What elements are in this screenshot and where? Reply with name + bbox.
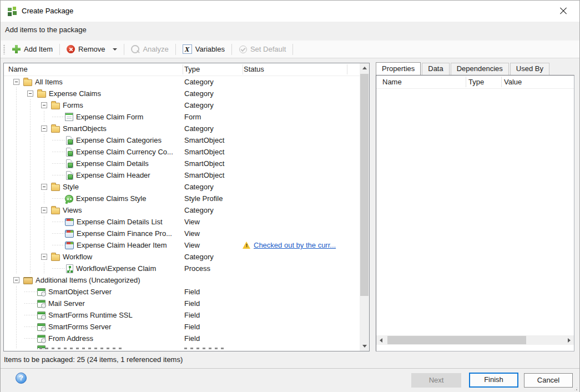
tree-row[interactable]: Expense Claims StyleStyle Profile bbox=[4, 193, 360, 204]
tree-vertical-scrollbar[interactable] bbox=[360, 63, 369, 351]
footer: ? NextFinishCancel bbox=[1, 369, 579, 392]
tree-connector bbox=[51, 111, 65, 123]
toolbar-separator bbox=[175, 44, 176, 55]
window-title: Create Package bbox=[22, 7, 73, 15]
tree-item-label: Expense Claims Style bbox=[76, 194, 146, 203]
tree-item-type: View bbox=[184, 239, 200, 251]
tree-row[interactable]: SmartObjectsCategory bbox=[4, 123, 360, 134]
tree-row[interactable]: Expense Claim Currency Co...SmartObject bbox=[4, 146, 360, 158]
tree-row[interactable]: Expense Claim Finance Pro...View bbox=[4, 228, 360, 239]
tree-collapse-toggle[interactable] bbox=[41, 184, 47, 190]
add-item-icon bbox=[12, 45, 21, 53]
tree-guide bbox=[9, 193, 23, 204]
tree-collapse-toggle[interactable] bbox=[41, 254, 47, 260]
tree-row[interactable]: Expense ClaimsCategory bbox=[4, 88, 360, 99]
tree-row[interactable]: SmartForms Runtime SSLField bbox=[4, 309, 360, 321]
horizontal-scrollbar-thumb[interactable] bbox=[387, 336, 526, 344]
tree-collapse-toggle[interactable] bbox=[13, 79, 19, 85]
tree-row[interactable]: StyleCategory bbox=[4, 181, 360, 193]
resize-grip-icon[interactable] bbox=[573, 386, 578, 391]
tree-row[interactable]: All ItemsCategory bbox=[4, 76, 360, 88]
tree-expander-cell bbox=[37, 123, 51, 134]
tree-row[interactable]: FormsCategory bbox=[4, 99, 360, 111]
tree-item-type: Style Profile bbox=[184, 193, 223, 204]
tree-item-type: Category bbox=[184, 76, 214, 88]
tree-guide bbox=[9, 169, 23, 181]
folder-icon bbox=[51, 103, 60, 109]
finish-button[interactable]: Finish bbox=[469, 373, 518, 388]
minimize-button[interactable] bbox=[483, 1, 515, 22]
scroll-right-arrow[interactable] bbox=[564, 335, 574, 345]
tree-item-label: Expense Claims bbox=[49, 89, 101, 98]
vertical-scrollbar-thumb[interactable] bbox=[360, 74, 369, 296]
column-divider bbox=[183, 64, 183, 74]
toolbar-button-label: Analyze bbox=[143, 45, 168, 53]
maximize-button[interactable] bbox=[515, 1, 547, 22]
grid-column-type[interactable]: Type bbox=[468, 78, 484, 86]
scroll-left-arrow[interactable] bbox=[376, 335, 386, 345]
tree-row[interactable]: Expense Claim HeaderSmartObject bbox=[4, 169, 360, 181]
field-icon bbox=[37, 300, 46, 308]
tree-guide bbox=[23, 239, 37, 251]
tree-row[interactable]: SmartObject ServerField bbox=[4, 286, 360, 298]
toolbar-variables-button[interactable]: Variables bbox=[179, 42, 229, 57]
toolbar-button-label: Set Default bbox=[250, 45, 286, 53]
grid-column-value[interactable]: Value bbox=[504, 78, 522, 86]
tree-guide bbox=[37, 216, 51, 228]
tree-collapse-toggle[interactable] bbox=[13, 277, 19, 283]
tab-properties[interactable]: Properties bbox=[376, 62, 421, 75]
tree-connector bbox=[51, 263, 65, 274]
column-header-type[interactable]: Type bbox=[184, 65, 200, 73]
tab-dependencies[interactable]: Dependencies bbox=[451, 63, 509, 75]
column-divider bbox=[347, 64, 347, 74]
tree-row[interactable]: Expense Claim Details ListView bbox=[4, 216, 360, 228]
tree-expander-cell bbox=[23, 88, 37, 99]
cancel-button[interactable]: Cancel bbox=[524, 373, 573, 388]
column-header-status[interactable]: Status bbox=[244, 65, 264, 73]
toolbar-add-item-button[interactable]: Add Item bbox=[8, 42, 57, 57]
folder-icon bbox=[37, 91, 46, 98]
tree-item-type: Field bbox=[184, 286, 200, 298]
app-logo-icon bbox=[8, 7, 17, 16]
tree-row[interactable] bbox=[4, 344, 360, 349]
close-button[interactable] bbox=[547, 1, 579, 22]
tree-row[interactable]: Expense Claim Header ItemViewChecked out… bbox=[4, 239, 360, 251]
tab-data[interactable]: Data bbox=[422, 63, 449, 75]
toolbar-remove-button[interactable]: Remove bbox=[63, 42, 121, 57]
tree-row[interactable]: Expense Claim CategoriesSmartObject bbox=[4, 134, 360, 146]
tree-guide bbox=[23, 263, 37, 274]
help-icon[interactable]: ? bbox=[16, 373, 27, 384]
tree-collapse-toggle[interactable] bbox=[41, 207, 47, 213]
scroll-up-arrow[interactable] bbox=[360, 63, 369, 73]
unreadable-text-fragment bbox=[39, 348, 123, 349]
tree-row[interactable]: Mail ServerField bbox=[4, 298, 360, 309]
title-bar: Create Package bbox=[1, 1, 579, 22]
tree-row[interactable]: Expense Claim FormForm bbox=[4, 111, 360, 123]
tree-connector bbox=[51, 134, 65, 146]
tree-row[interactable]: Workflow\Expense ClaimProcess bbox=[4, 263, 360, 274]
tree-collapse-toggle[interactable] bbox=[27, 91, 33, 97]
grid-column-name[interactable]: Name bbox=[382, 78, 402, 86]
tree-row[interactable]: Expense Claim DetailsSmartObject bbox=[4, 158, 360, 169]
status-link[interactable]: Checked out by the curr... bbox=[254, 241, 336, 249]
window-controls bbox=[483, 1, 579, 22]
column-header-name[interactable]: Name bbox=[8, 65, 28, 73]
tree-collapse-toggle[interactable] bbox=[41, 102, 47, 108]
tree-row[interactable]: ViewsCategory bbox=[4, 204, 360, 216]
tree-guide bbox=[23, 228, 37, 239]
tree-row[interactable]: From AddressField bbox=[4, 333, 360, 344]
properties-horizontal-scrollbar[interactable] bbox=[376, 335, 574, 345]
tree-item-label: Expense Claim Categories bbox=[76, 136, 162, 144]
tree-guide bbox=[9, 298, 23, 309]
tree-row[interactable]: Additional Items (Uncategorized) bbox=[4, 274, 360, 286]
toolbar-separator bbox=[292, 44, 293, 55]
tree-row[interactable]: WorkflowCategory bbox=[4, 251, 360, 263]
tree-row[interactable]: SmartForms ServerField bbox=[4, 321, 360, 333]
field-icon bbox=[37, 323, 46, 331]
dropdown-caret-icon[interactable] bbox=[113, 48, 117, 51]
tab-used-by[interactable]: Used By bbox=[510, 63, 549, 75]
tree-collapse-toggle[interactable] bbox=[41, 125, 47, 132]
tree-item-status: Checked out by the curr... bbox=[243, 239, 336, 251]
properties-tab-strip: PropertiesDataDependenciesUsed By bbox=[376, 63, 551, 75]
scroll-down-arrow[interactable] bbox=[360, 341, 369, 351]
